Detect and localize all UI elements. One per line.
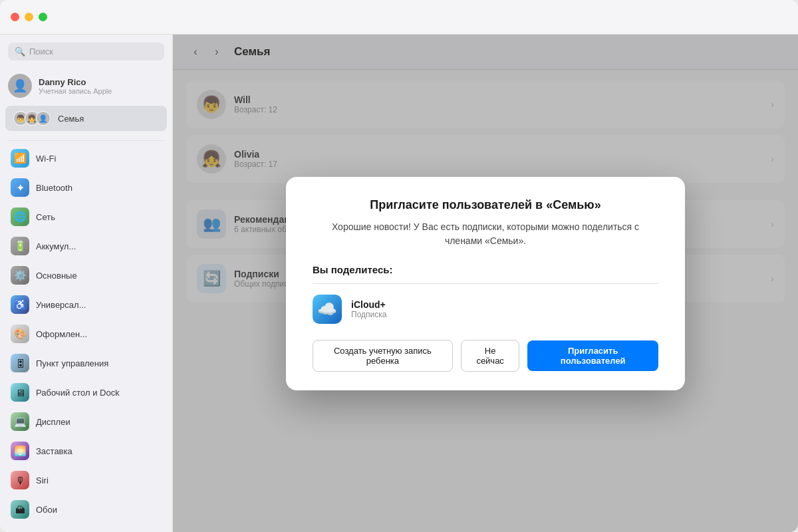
minimize-button[interactable]: [25, 13, 33, 21]
create-child-button[interactable]: Создать учетную запись ребенка: [313, 340, 453, 372]
siri-icon: 🎙: [11, 471, 29, 489]
modal-title: Пригласите пользователей в «Семью»: [313, 198, 658, 212]
accessibility-icon: ♿: [11, 295, 29, 314]
sidebar-item-label: Пункт управления: [36, 358, 108, 368]
traffic-lights: [0, 13, 58, 21]
display-icon: 💻: [11, 412, 29, 431]
sidebar-item-label: Аккумул...: [36, 241, 76, 251]
not-now-button[interactable]: Не сейчас: [461, 340, 520, 372]
service-info: iCloud+ Подписка: [351, 299, 386, 319]
sidebar-item-appearance[interactable]: 🎨 Оформлен...: [0, 319, 172, 348]
sidebar-item-bluetooth[interactable]: ✦ Bluetooth: [0, 173, 172, 202]
modal-actions: Создать учетную запись ребенка Не сейчас…: [313, 340, 658, 372]
sidebar-item-family[interactable]: 👦 👧 👤 Семья: [5, 106, 167, 131]
sidebar-item-battery[interactable]: 🔋 Аккумул...: [0, 231, 172, 261]
icloud-icon: ☁️: [313, 295, 342, 324]
general-icon: ⚙️: [11, 266, 29, 285]
desktop-icon: 🖥: [11, 383, 29, 402]
sidebar-item-screensaver[interactable]: 🌅 Заставка: [0, 436, 172, 466]
profile-sub: Учетная запись Apple: [39, 87, 112, 95]
sidebar-item-network[interactable]: 🌐 Сеть: [0, 202, 172, 231]
network-icon: 🌐: [11, 207, 29, 226]
family-avatar: 👤: [36, 111, 51, 126]
modal-dialog: Пригласите пользователей в «Семью» Хорош…: [286, 177, 685, 390]
sidebar-item-label: Дисплеи: [36, 417, 70, 427]
sidebar-item-label: Сеть: [36, 212, 55, 222]
service-type: Подписка: [351, 310, 386, 319]
avatar: 👤: [8, 74, 32, 98]
macos-window: 🔍 Поиск 👤 Danny Rico Учетная запись Appl…: [0, 0, 798, 532]
appearance-icon: 🎨: [11, 325, 29, 343]
close-button[interactable]: [11, 13, 19, 21]
sidebar-item-desktop[interactable]: 🖥 Рабочий стол и Dock: [0, 378, 172, 407]
profile-name: Danny Rico: [39, 77, 112, 87]
search-icon: 🔍: [15, 47, 25, 57]
controlcenter-icon: 🎛: [11, 354, 29, 372]
modal-sharing-label: Вы поделитесь:: [313, 264, 658, 275]
sidebar-item-label: Основные: [36, 271, 77, 281]
sidebar-item-label: Универсал...: [36, 300, 86, 310]
wallpaper-icon: 🏔: [11, 500, 29, 519]
content-area: ‹ › Семья 👦 Will Возраст: 12 › 👧: [173, 35, 798, 532]
sidebar-item-wifi[interactable]: 📶 Wi-Fi: [0, 144, 172, 173]
battery-icon: 🔋: [11, 237, 29, 255]
sidebar-item-accessibility[interactable]: ♿ Универсал...: [0, 290, 172, 319]
sidebar-item-displays[interactable]: 💻 Дисплеи: [0, 407, 172, 436]
bluetooth-icon: ✦: [11, 178, 29, 197]
family-label: Семья: [58, 114, 84, 124]
service-row: ☁️ iCloud+ Подписка: [313, 295, 658, 324]
sidebar-divider: [8, 140, 164, 141]
search-placeholder: Поиск: [29, 47, 53, 57]
invite-button[interactable]: Пригласить пользователей: [527, 340, 658, 371]
profile-info: Danny Rico Учетная запись Apple: [39, 77, 112, 95]
sidebar-item-label: Оформлен...: [36, 329, 87, 339]
family-avatars: 👦 👧 👤: [13, 111, 47, 126]
sidebar: 🔍 Поиск 👤 Danny Rico Учетная запись Appl…: [0, 35, 173, 532]
service-name: iCloud+: [351, 299, 386, 310]
sidebar-item-controlcenter[interactable]: 🎛 Пункт управления: [0, 348, 172, 378]
sidebar-item-label: Рабочий стол и Dock: [36, 388, 120, 398]
modal-overlay: Пригласите пользователей в «Семью» Хорош…: [173, 35, 798, 532]
modal-description: Хорошие новости! У Вас есть подписки, ко…: [313, 220, 658, 248]
sidebar-item-label: Siri: [36, 475, 49, 485]
window-body: 🔍 Поиск 👤 Danny Rico Учетная запись Appl…: [0, 35, 798, 532]
sidebar-item-label: Заставка: [36, 446, 72, 456]
sidebar-item-siri[interactable]: 🎙 Siri: [0, 466, 172, 495]
wifi-icon: 📶: [11, 149, 29, 168]
modal-divider: [313, 283, 658, 284]
profile-section[interactable]: 👤 Danny Rico Учетная запись Apple: [0, 68, 172, 103]
title-bar: [0, 0, 798, 35]
sidebar-item-wallpaper[interactable]: 🏔 Обои: [0, 495, 172, 524]
screensaver-icon: 🌅: [11, 442, 29, 460]
sidebar-item-general[interactable]: ⚙️ Основные: [0, 261, 172, 290]
search-bar[interactable]: 🔍 Поиск: [8, 43, 164, 61]
sidebar-item-label: Обои: [36, 505, 57, 515]
maximize-button[interactable]: [39, 13, 47, 21]
sidebar-item-label: Wi-Fi: [36, 154, 56, 164]
sidebar-item-label: Bluetooth: [36, 183, 72, 193]
